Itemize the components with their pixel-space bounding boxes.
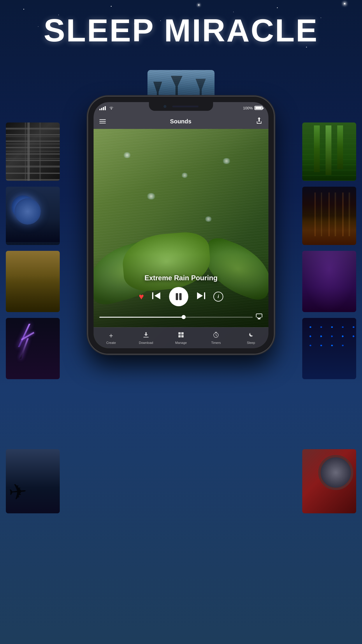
svg-rect-3 <box>179 293 182 300</box>
splash-2 <box>181 173 188 178</box>
splash-3 <box>146 193 156 200</box>
sound-card-left-1[interactable] <box>6 123 60 181</box>
battery-icon <box>254 106 263 110</box>
menu-button[interactable] <box>99 119 106 123</box>
tab-sleep-label: Sleep <box>247 341 255 344</box>
progress-thumb[interactable] <box>182 315 186 319</box>
tab-create-label: Create <box>106 341 116 344</box>
sound-card-right-5[interactable] <box>302 449 356 513</box>
tab-create[interactable]: + Create <box>94 332 129 344</box>
phone-speaker <box>172 106 198 107</box>
phone-container: 9:41 AM 100% Sounds <box>88 96 274 354</box>
tab-manage[interactable]: Manage <box>164 332 198 344</box>
info-button[interactable]: i <box>213 292 223 302</box>
airplay-button[interactable] <box>256 313 263 321</box>
rain-background: Extreme Rain Pouring ♥ <box>94 129 268 327</box>
timers-icon <box>213 332 219 340</box>
phone-camera-dot <box>164 105 166 108</box>
splash-1 <box>123 152 131 158</box>
svg-rect-4 <box>204 292 205 299</box>
signal-bar-2 <box>101 108 102 110</box>
phone-frame: 9:41 AM 100% Sounds <box>88 96 274 354</box>
nav-title: Sounds <box>170 118 191 125</box>
progress-fill <box>99 317 184 318</box>
sound-player: Extreme Rain Pouring ♥ <box>94 129 268 348</box>
sound-card-right-4[interactable] <box>302 318 356 379</box>
menu-line-3 <box>99 123 106 123</box>
signal-bar-1 <box>99 109 101 110</box>
skip-back-button[interactable] <box>152 292 161 302</box>
song-name: Extreme Rain Pouring <box>145 274 218 282</box>
signal-bars <box>99 106 106 110</box>
sound-card-left-2[interactable] <box>6 187 60 245</box>
favorite-button[interactable]: ♥ <box>139 292 144 302</box>
phone-notch <box>149 102 213 111</box>
sleep-icon <box>248 332 254 340</box>
signal-bar-3 <box>103 107 104 110</box>
svg-marker-1 <box>154 292 160 299</box>
sound-card-right-3[interactable] <box>302 251 356 312</box>
svg-rect-7 <box>178 332 181 335</box>
share-button[interactable] <box>256 117 263 126</box>
svg-marker-5 <box>197 292 203 299</box>
sound-card-left-3[interactable] <box>6 251 60 312</box>
progress-bar[interactable] <box>99 317 253 318</box>
sound-card-left-5[interactable]: ✈ <box>6 449 60 513</box>
navigation-bar: Sounds <box>94 114 268 129</box>
svg-rect-2 <box>176 293 178 300</box>
sound-card-left-4[interactable] <box>6 318 60 379</box>
tab-timers-label: Timers <box>211 341 221 344</box>
splash-4 <box>204 216 212 222</box>
manage-icon <box>178 332 184 340</box>
svg-rect-9 <box>178 335 181 337</box>
song-name-container: Extreme Rain Pouring <box>94 274 268 282</box>
svg-rect-10 <box>181 335 184 337</box>
tab-download[interactable]: Download <box>129 332 164 344</box>
pause-button[interactable] <box>169 287 188 306</box>
progress-container <box>99 313 263 321</box>
info-icon: i <box>218 294 219 299</box>
tab-manage-label: Manage <box>175 341 187 344</box>
status-left <box>99 106 114 111</box>
menu-line-1 <box>99 119 106 120</box>
battery-percent: 100% <box>243 106 253 110</box>
svg-rect-0 <box>152 292 153 299</box>
download-icon <box>143 332 149 340</box>
status-right: 100% <box>243 106 263 110</box>
tab-timers[interactable]: Timers <box>198 332 233 344</box>
create-icon: + <box>109 332 113 340</box>
tab-bar: + Create Download <box>94 327 268 348</box>
svg-rect-8 <box>181 332 184 335</box>
phone-screen: 9:41 AM 100% Sounds <box>94 102 268 348</box>
skip-forward-button[interactable] <box>196 292 205 302</box>
menu-line-2 <box>99 121 106 122</box>
tab-download-label: Download <box>139 341 153 344</box>
player-controls: ♥ <box>94 287 268 306</box>
tab-sleep[interactable]: Sleep <box>233 332 268 344</box>
app-title: SLEEP MIRACLE <box>0 12 362 49</box>
sound-card-right-1[interactable] <box>302 123 356 181</box>
sound-card-right-2[interactable] <box>302 187 356 245</box>
signal-bar-4 <box>105 106 106 110</box>
svg-rect-6 <box>143 337 149 337</box>
wifi-icon <box>109 106 114 111</box>
splash-5 <box>222 158 231 164</box>
